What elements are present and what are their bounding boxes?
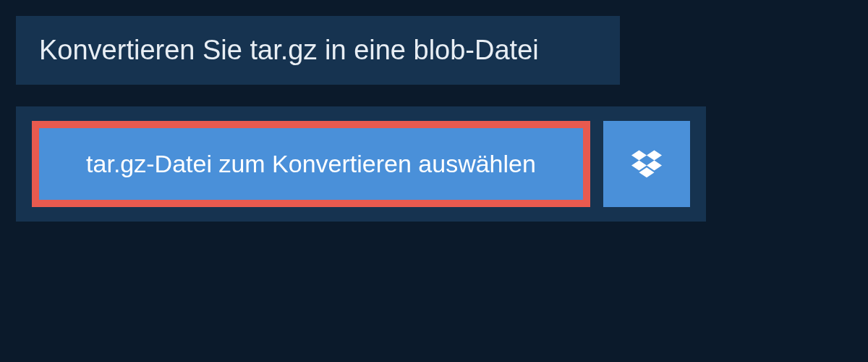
select-file-button[interactable]: tar.gz-Datei zum Konvertieren auswählen: [32, 121, 590, 207]
upload-panel: tar.gz-Datei zum Konvertieren auswählen: [16, 106, 706, 222]
page-title: Konvertieren Sie tar.gz in eine blob-Dat…: [39, 35, 597, 66]
header-bar: Konvertieren Sie tar.gz in eine blob-Dat…: [16, 16, 620, 85]
dropbox-button[interactable]: [603, 121, 690, 207]
select-file-label: tar.gz-Datei zum Konvertieren auswählen: [86, 150, 536, 178]
dropbox-icon: [631, 148, 662, 181]
